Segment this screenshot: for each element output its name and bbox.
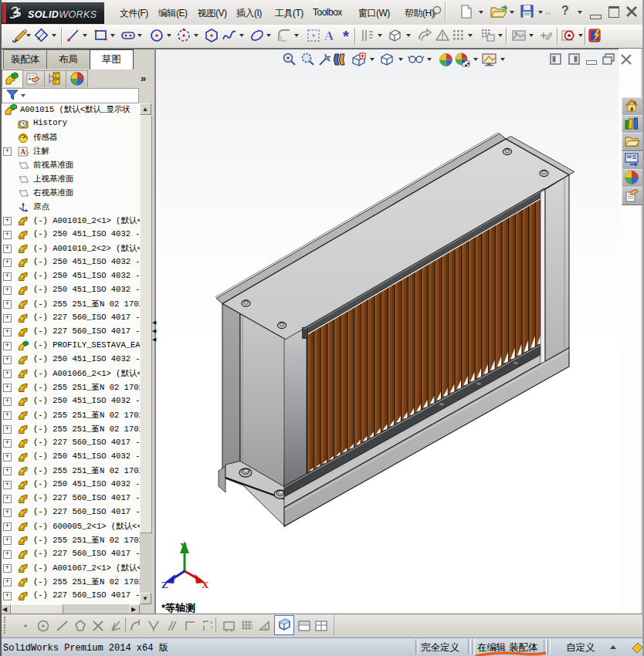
svg-text:Z: Z (161, 579, 168, 590)
svg-text:SOLIDWORKS: SOLIDWORKS (28, 9, 97, 20)
svg-text:Y: Y (180, 540, 188, 552)
svg-text:X: X (202, 579, 209, 590)
svg-text:A: A (324, 29, 334, 43)
svg-text:A: A (20, 147, 26, 156)
svg-text:*: * (343, 28, 349, 43)
